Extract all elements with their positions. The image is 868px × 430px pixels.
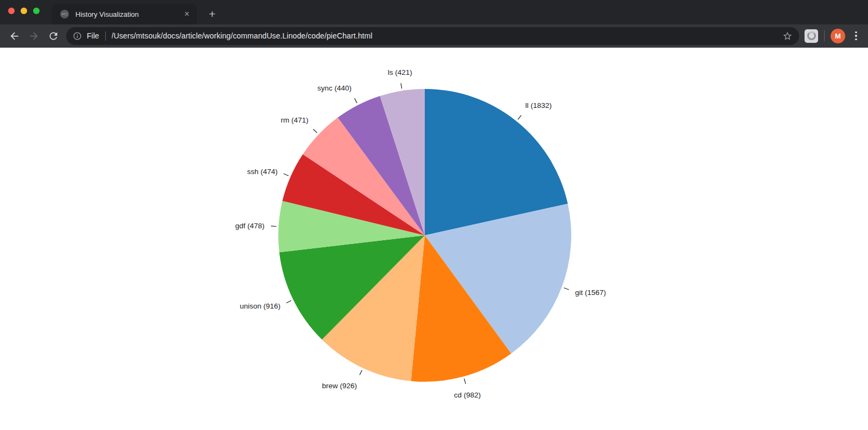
pie-tick-git (564, 288, 569, 290)
pie-label-git: git (1567) (575, 288, 606, 297)
pie-label-sync: sync (440) (317, 84, 352, 92)
window-minimize-button[interactable] (21, 8, 27, 14)
extension-icon[interactable] (805, 29, 818, 43)
url-path-text: /Users/mtsouk/docs/article/working/comma… (112, 31, 782, 40)
pie-label-ls: ls (421) (388, 68, 412, 76)
tab-favicon-icon (60, 10, 69, 18)
pie-chart: ll (1832)git (1567)cd (982)brew (926)uni… (0, 48, 868, 430)
tab-close-icon[interactable]: × (182, 10, 192, 18)
page-info-icon[interactable] (73, 31, 82, 41)
pie-tick-gdf (271, 226, 277, 227)
tab-history-visualization[interactable]: History Visualization × (52, 4, 197, 24)
pie-label-rm: rm (471) (281, 116, 309, 124)
pie-tick-brew (360, 370, 362, 375)
pie-tick-cd (464, 378, 466, 384)
browser-window: History Visualization × + File /Users/mt… (0, 0, 868, 430)
pie-label-gdf: gdf (478) (235, 222, 264, 230)
window-zoom-button[interactable] (33, 8, 40, 14)
page-content: ll (1832)git (1567)cd (982)brew (926)uni… (0, 48, 868, 430)
address-bar[interactable]: File /Users/mtsouk/docs/article/working/… (66, 27, 799, 45)
new-tab-button[interactable]: + (206, 8, 219, 20)
reload-icon (48, 30, 59, 42)
bookmark-star-icon[interactable] (782, 31, 793, 41)
pie-label-ll: ll (1832) (525, 101, 552, 110)
pie-tick-ssh (284, 174, 289, 176)
window-close-button[interactable] (8, 8, 15, 14)
menu-kebab-icon[interactable] (848, 28, 864, 44)
toolbar-divider (824, 30, 825, 41)
window-controls (8, 8, 40, 14)
url-scheme-label: File (87, 31, 99, 40)
browser-toolbar: File /Users/mtsouk/docs/article/working/… (0, 24, 868, 48)
pie-tick-rm (313, 129, 317, 133)
pie-tick-ll (518, 115, 521, 120)
url-divider (105, 31, 106, 41)
extension-logo (807, 31, 816, 40)
profile-avatar[interactable]: M (831, 29, 845, 43)
pie-tick-ls (401, 83, 402, 88)
pie-label-ssh: ssh (474) (247, 168, 278, 176)
reload-button[interactable] (43, 26, 63, 46)
tab-strip: History Visualization × + (0, 0, 868, 24)
pie-label-brew: brew (926) (322, 382, 357, 390)
back-button[interactable] (4, 26, 24, 46)
pie-label-unison: unison (916) (240, 302, 280, 310)
tab-title: History Visualization (75, 10, 182, 18)
back-arrow-icon (9, 30, 20, 42)
pie-label-cd: cd (982) (454, 391, 481, 399)
forward-arrow-icon (28, 30, 40, 42)
pie-tick-unison (286, 300, 291, 303)
pie-tick-sync (355, 98, 358, 103)
forward-button[interactable] (24, 26, 43, 46)
